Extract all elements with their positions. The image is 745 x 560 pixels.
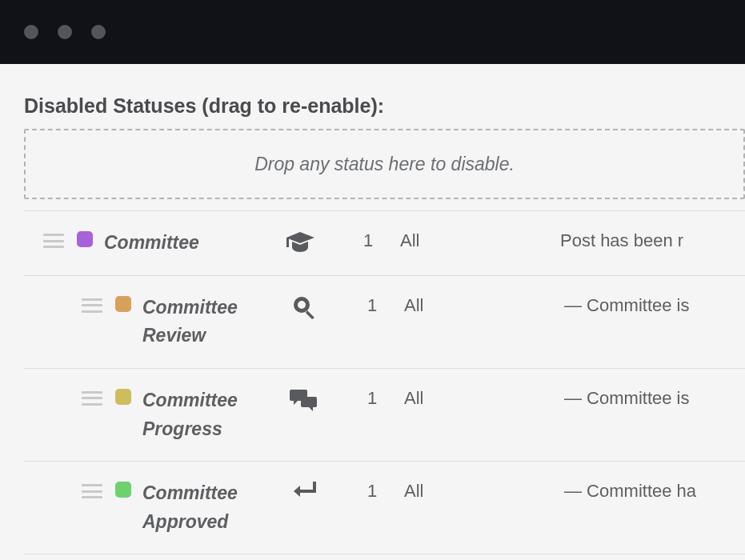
status-description: Post has been r — [560, 229, 745, 251]
drag-handle-icon[interactable] — [82, 391, 102, 406]
status-audience: All — [404, 386, 564, 409]
traffic-light-zoom[interactable] — [91, 25, 106, 39]
color-swatch — [115, 389, 131, 405]
status-audience: All — [404, 479, 564, 502]
status-row[interactable]: Committee 1 All Post has been r — [24, 211, 745, 276]
status-label: Committee — [104, 232, 199, 253]
drop-zone-text: Drop any status here to disable. — [254, 154, 515, 175]
section-heading: Disabled Statuses (drag to re-enable): — [24, 94, 745, 118]
status-label: Committee Approved — [142, 482, 238, 532]
status-row[interactable]: Committee Progress 1 All — Committee is — [24, 369, 745, 462]
status-description: — Committee is — [564, 386, 745, 409]
drag-handle-icon[interactable] — [43, 234, 64, 248]
status-description: — Committee is — [564, 294, 745, 316]
status-count: 1 — [336, 229, 400, 251]
drop-zone[interactable]: Drop any status here to disable. — [24, 129, 745, 199]
drag-handle-icon[interactable] — [82, 298, 102, 313]
traffic-light-close[interactable] — [24, 25, 38, 39]
chat-bubbles-icon — [268, 386, 340, 413]
status-description: — Committee ha — [564, 479, 745, 502]
color-swatch — [115, 482, 131, 498]
traffic-light-minimize[interactable] — [58, 25, 72, 39]
color-swatch — [115, 296, 131, 312]
status-row[interactable]: Committee Approved 1 All — Committee ha — [24, 462, 745, 554]
color-swatch — [77, 231, 93, 247]
status-label: Committee Review — [142, 297, 238, 346]
status-count: 1 — [340, 479, 404, 502]
return-arrow-icon — [268, 479, 340, 501]
drag-handle-icon[interactable] — [82, 484, 102, 498]
status-audience: All — [400, 229, 560, 251]
status-label: Committee Progress — [142, 390, 238, 439]
graduation-cap-icon — [264, 229, 336, 255]
status-count: 1 — [340, 386, 404, 409]
status-rows: Committee 1 All Post has been r Committe… — [24, 210, 745, 554]
status-count: 1 — [340, 294, 404, 316]
window-title-bar — [0, 0, 745, 64]
main-content: Disabled Statuses (drag to re-enable): D… — [0, 94, 745, 554]
magnifier-icon — [268, 294, 340, 320]
status-audience: All — [404, 294, 564, 316]
status-row[interactable]: Committee Review 1 All — Committee is — [24, 276, 745, 369]
